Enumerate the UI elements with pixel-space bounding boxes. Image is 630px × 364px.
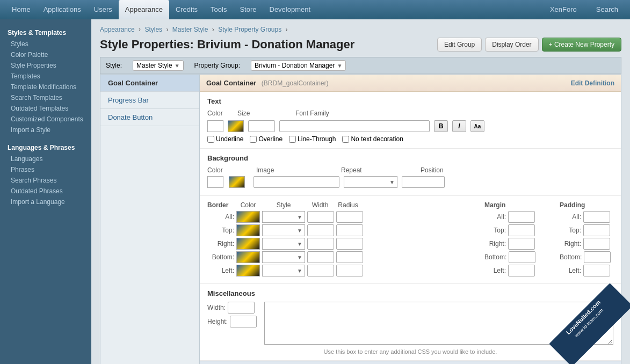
- text-section: Text Color Size Font Family B I Aa: [200, 92, 621, 149]
- padding-top-input[interactable]: [583, 224, 610, 236]
- underline-checkbox[interactable]: [207, 136, 214, 143]
- linethrough-checkbox-label[interactable]: Line-Through: [289, 135, 336, 143]
- border-top-color-swatch[interactable]: [236, 224, 260, 236]
- padding-bottom-input[interactable]: [584, 251, 611, 263]
- sidebar-item-color-palette[interactable]: Color Palette: [0, 49, 91, 60]
- bg-position-label: Position: [421, 166, 444, 174]
- height-input[interactable]: [230, 316, 257, 327]
- sidebar-item-customized-components[interactable]: Customized Components: [0, 114, 91, 125]
- nodecor-checkbox[interactable]: [342, 136, 349, 143]
- padding-left-input[interactable]: [583, 265, 610, 276]
- style-dropdown-arrow: ▼: [175, 63, 180, 69]
- sidebar-item-import-style[interactable]: Import a Style: [0, 125, 91, 135]
- bg-image-input[interactable]: [254, 176, 339, 188]
- border-bottom-color-swatch[interactable]: [236, 251, 260, 263]
- border-top-radius-input[interactable]: [336, 224, 363, 236]
- sidebar-item-import-language[interactable]: Import a Language: [0, 196, 91, 207]
- nav-appearance[interactable]: Appearance: [119, 0, 169, 19]
- padding-all-input[interactable]: [583, 211, 610, 223]
- border-right-label: Right:: [207, 240, 234, 247]
- border-bottom-style-select[interactable]: ▼: [262, 251, 305, 263]
- border-left-style-select[interactable]: ▼: [262, 265, 305, 276]
- text-size-input[interactable]: [248, 120, 275, 132]
- text-color-swatch-white[interactable]: [207, 120, 223, 132]
- linethrough-checkbox[interactable]: [289, 136, 296, 143]
- breadcrumb-property-groups[interactable]: Style Property Groups: [218, 26, 281, 33]
- nodecor-checkbox-label[interactable]: No text decoration: [342, 135, 403, 143]
- sidebar-item-template-modifications[interactable]: Template Modifications: [0, 82, 91, 92]
- bg-position-input[interactable]: [402, 176, 445, 188]
- bold-button[interactable]: B: [434, 120, 448, 132]
- prop-group-progress-bar[interactable]: Progress Bar: [100, 92, 199, 109]
- border-all-style-select[interactable]: ▼: [262, 211, 305, 223]
- sidebar-item-style-properties[interactable]: Style Properties: [0, 60, 91, 71]
- margin-top-input[interactable]: [508, 224, 535, 236]
- top-navigation: Home Applications Users Appearance Credi…: [0, 0, 630, 19]
- sidebar-item-templates[interactable]: Templates: [0, 71, 91, 82]
- sidebar-item-phrases[interactable]: Phrases: [0, 164, 91, 175]
- border-left-radius-input[interactable]: [336, 265, 363, 276]
- search-link[interactable]: Search: [590, 0, 625, 19]
- border-all-radius-input[interactable]: [336, 211, 363, 223]
- margin-all-input[interactable]: [508, 211, 535, 223]
- breadcrumb-appearance[interactable]: Appearance: [100, 26, 135, 33]
- nav-applications[interactable]: Applications: [37, 0, 88, 19]
- border-right-radius-input[interactable]: [336, 238, 363, 250]
- edit-group-button[interactable]: Edit Group: [437, 38, 482, 52]
- underline-checkbox-label[interactable]: Underline: [207, 135, 243, 143]
- create-new-property-button[interactable]: + Create New Property: [542, 38, 621, 52]
- nav-credits[interactable]: Credits: [169, 0, 204, 19]
- nav-home[interactable]: Home: [5, 0, 37, 19]
- nav-users[interactable]: Users: [88, 0, 119, 19]
- width-input[interactable]: [228, 302, 255, 314]
- breadcrumb-master-style[interactable]: Master Style: [172, 26, 208, 33]
- style-selector[interactable]: Master Style ▼: [133, 60, 184, 71]
- overline-checkbox[interactable]: [250, 136, 257, 143]
- prop-group-goal-container[interactable]: Goal Container: [100, 75, 199, 92]
- edit-definition-link[interactable]: Edit Definition: [571, 79, 614, 87]
- css-textarea[interactable]: [264, 302, 613, 345]
- border-width-col-header: Width: [307, 201, 333, 209]
- border-right-style-select[interactable]: ▼: [262, 238, 305, 250]
- sidebar-item-search-templates[interactable]: Search Templates: [0, 92, 91, 103]
- bg-repeat-select[interactable]: ▼: [344, 176, 397, 188]
- bg-color-swatch-white[interactable]: [207, 176, 223, 188]
- text-color-swatch[interactable]: [228, 120, 244, 132]
- text-font-family-input[interactable]: [279, 120, 430, 132]
- breadcrumb-styles[interactable]: Styles: [144, 26, 162, 33]
- border-bottom-width-input[interactable]: [307, 251, 334, 263]
- display-order-button[interactable]: Display Order: [485, 38, 538, 52]
- border-left-width-input[interactable]: [307, 265, 334, 276]
- style-value: Master Style: [136, 62, 172, 69]
- margin-bottom-input[interactable]: [509, 251, 535, 263]
- prop-group-donate-button[interactable]: Donate Button: [100, 109, 199, 126]
- nav-tools[interactable]: Tools: [204, 0, 233, 19]
- nav-development[interactable]: Development: [263, 0, 317, 19]
- height-label: Height:: [207, 318, 228, 325]
- margin-left-input[interactable]: [508, 265, 535, 276]
- sidebar-item-search-phrases[interactable]: Search Phrases: [0, 175, 91, 186]
- border-all-color-swatch[interactable]: [236, 211, 260, 223]
- style-bar: Style: Master Style ▼ Property Group: Br…: [100, 57, 621, 74]
- margin-right-input[interactable]: [508, 238, 535, 250]
- nav-store[interactable]: Store: [233, 0, 263, 19]
- border-all-width-input[interactable]: [307, 211, 334, 223]
- border-top-width-input[interactable]: [307, 224, 334, 236]
- border-bottom-radius-input[interactable]: [336, 251, 363, 263]
- alt-button[interactable]: Aa: [470, 120, 484, 132]
- border-right-width-input[interactable]: [307, 238, 334, 250]
- group-selector[interactable]: Brivium - Donation Manager ▼: [251, 60, 346, 71]
- sidebar-item-styles[interactable]: Styles: [0, 39, 91, 49]
- italic-button[interactable]: I: [452, 120, 466, 132]
- border-top-style-select[interactable]: ▼: [262, 224, 305, 236]
- overline-checkbox-label[interactable]: Overline: [250, 135, 283, 143]
- xenforo-link[interactable]: XenForo: [544, 0, 583, 19]
- bg-image-label: Image: [256, 166, 310, 174]
- sidebar-item-outdated-templates[interactable]: Outdated Templates: [0, 103, 91, 114]
- border-left-color-swatch[interactable]: [236, 265, 260, 276]
- padding-right-input[interactable]: [583, 238, 610, 250]
- border-right-color-swatch[interactable]: [236, 238, 260, 250]
- sidebar-item-outdated-phrases[interactable]: Outdated Phrases: [0, 186, 91, 196]
- bg-color-swatch[interactable]: [229, 176, 245, 188]
- sidebar-item-languages[interactable]: Languages: [0, 154, 91, 164]
